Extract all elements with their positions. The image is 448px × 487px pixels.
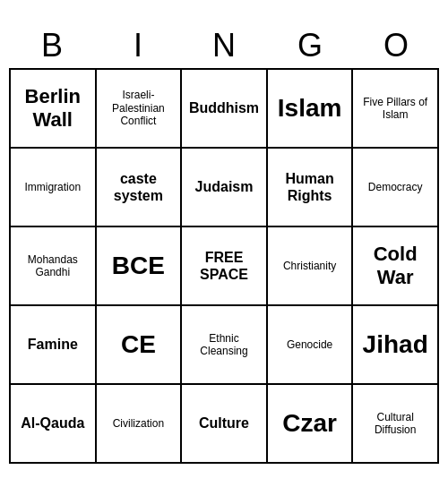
header-o: O (353, 23, 439, 68)
header-g: G (267, 23, 353, 68)
header-b: B (9, 23, 95, 68)
bingo-cell-14: Cold War (353, 227, 439, 306)
bingo-cell-15: Famine (11, 306, 97, 385)
bingo-cell-9: Democracy (353, 149, 439, 227)
cell-text-4: Five Pillars of Islam (357, 96, 434, 122)
bingo-cell-24: Cultural Diffusion (353, 385, 439, 464)
bingo-cell-2: Buddhism (182, 70, 268, 149)
bingo-cell-4: Five Pillars of Islam (353, 70, 439, 149)
bingo-cell-1: Israeli-Palestinian Conflict (97, 70, 183, 149)
cell-text-18: Genocide (287, 338, 332, 351)
cell-text-12: FREE SPACE (185, 249, 263, 283)
bingo-grid: Berlin WallIsraeli-Palestinian ConflictB… (9, 68, 439, 464)
cell-text-15: Famine (28, 336, 78, 353)
header-i: I (95, 23, 181, 68)
cell-text-9: Democracy (368, 181, 423, 193)
bingo-cell-0: Berlin Wall (11, 70, 97, 149)
bingo-cell-3: Islam (268, 70, 354, 149)
bingo-cell-20: Al-Qauda (11, 385, 97, 464)
cell-text-22: Culture (199, 414, 249, 431)
bingo-cell-18: Genocide (268, 306, 354, 385)
cell-text-23: Czar (282, 408, 337, 439)
cell-text-13: Christianity (283, 260, 336, 272)
cell-text-21: Civilization (113, 417, 164, 430)
bingo-cell-5: Immigration (11, 149, 97, 227)
bingo-cell-6: caste system (97, 149, 183, 227)
bingo-cell-16: CE (97, 306, 183, 385)
bingo-cell-22: Culture (182, 385, 268, 464)
cell-text-11: BCE (112, 251, 165, 281)
bingo-cell-8: Human Rights (268, 149, 354, 227)
bingo-cell-19: Jihad (353, 306, 439, 385)
cell-text-0: Berlin Wall (14, 85, 91, 132)
cell-text-10: Mohandas Gandhi (14, 253, 91, 279)
cell-text-16: CE (121, 329, 156, 360)
bingo-cell-23: Czar (268, 385, 354, 464)
bingo-cell-10: Mohandas Gandhi (11, 227, 97, 306)
cell-text-8: Human Rights (271, 170, 349, 204)
cell-text-2: Buddhism (189, 99, 259, 116)
bingo-cell-17: Ethnic Cleansing (182, 306, 268, 385)
cell-text-17: Ethnic Cleansing (185, 332, 263, 358)
cell-text-14: Cold War (357, 243, 434, 290)
cell-text-6: caste system (100, 170, 177, 204)
cell-text-7: Judaism (195, 178, 254, 195)
bingo-cell-7: Judaism (182, 149, 268, 227)
bingo-cell-21: Civilization (97, 385, 183, 464)
cell-text-1: Israeli-Palestinian Conflict (100, 89, 177, 127)
bingo-cell-13: Christianity (268, 227, 354, 306)
bingo-header: B I N G O (9, 23, 439, 68)
cell-text-24: Cultural Diffusion (357, 411, 434, 437)
cell-text-3: Islam (278, 93, 342, 124)
cell-text-19: Jihad (363, 329, 428, 360)
header-n: N (181, 23, 267, 68)
bingo-cell-12: FREE SPACE (182, 227, 268, 306)
cell-text-5: Immigration (24, 181, 81, 193)
bingo-card: B I N G O Berlin WallIsraeli-Palestinian… (9, 23, 439, 464)
bingo-cell-11: BCE (97, 227, 183, 306)
cell-text-20: Al-Qauda (21, 414, 84, 431)
